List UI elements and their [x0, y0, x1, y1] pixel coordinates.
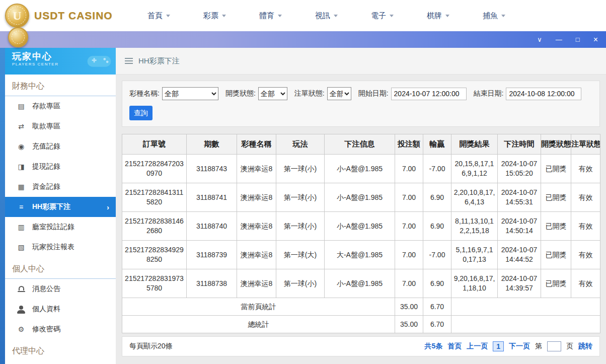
sidebar-item-cashout-record[interactable]: ◨ 提現記錄 [5, 157, 116, 177]
window-maximize-icon[interactable]: □ [576, 36, 580, 43]
column-header: 下注信息 [325, 134, 395, 155]
funds-record-icon: ▦ [16, 183, 26, 191]
table-cell: 第一球(小) [276, 183, 325, 212]
end-date-input[interactable] [506, 88, 581, 100]
page-title: HH彩票下注 [138, 56, 180, 66]
table-cell: 有效 [571, 183, 600, 212]
column-header: 開獎結果 [451, 134, 498, 155]
summary-empty [451, 298, 600, 316]
table-row: 215217282834929825031188739澳洲幸运8第一球(大)大-… [122, 241, 600, 269]
column-header: 玩法 [276, 134, 325, 155]
sidebar-item-hall-bet-record[interactable]: ▥ 廳室投註記錄 [5, 217, 116, 237]
lottery-name-select[interactable]: 全部 [162, 87, 218, 100]
table-footer: 每頁顯示20條 共5条 首页 上一页 1 下一页 第 页 跳转 [122, 336, 600, 356]
window-collapse-icon[interactable]: ∨ [537, 36, 542, 43]
table-cell: 31188741 [187, 183, 237, 212]
table-cell: 第一球(小) [276, 212, 325, 241]
sidebar-item-withdraw[interactable]: ⇄ 取款專區 [5, 116, 116, 136]
table-cell: 已開獎 [541, 241, 571, 269]
window-minimize-icon[interactable]: — [556, 36, 562, 43]
nav-label: 視訊 [315, 11, 330, 21]
table-cell: 小-A盤@1.985 [325, 269, 395, 298]
column-header: 期數 [187, 134, 237, 155]
prev-page-link[interactable]: 上一页 [467, 342, 488, 351]
table-cell: -7.00 [423, 155, 451, 183]
summary-bet-total: 35.00 [395, 298, 423, 316]
table-cell: 澳洲幸运8 [237, 212, 276, 241]
sidebar-item-change-password[interactable]: ⚙ 修改密碼 [5, 319, 116, 339]
next-page-link[interactable]: 下一页 [509, 342, 530, 351]
table-cell: 6.90 [423, 212, 451, 241]
bell-icon [19, 286, 24, 290]
nav-label: 棋牌 [427, 11, 442, 21]
table-cell: 第一球(大) [276, 241, 325, 269]
table-cell: 20,15,8,17,16,9,1,12 [451, 155, 498, 183]
breadcrumb: HH彩票下注 [116, 48, 606, 75]
table-cell: -7.00 [423, 241, 451, 269]
table-cell: 31188738 [187, 269, 237, 298]
order-status-label: 注單狀態: [294, 89, 325, 98]
first-page-link[interactable]: 首页 [447, 342, 462, 351]
table-cell: 大-A盤@1.985 [325, 241, 395, 269]
table-cell: 已開獎 [541, 269, 571, 298]
nav-item-fishing[interactable]: 捕魚 [466, 0, 522, 31]
person-icon [19, 306, 23, 310]
sidebar-item-label: 取款專區 [32, 122, 60, 131]
column-header: 開獎狀態 [541, 134, 571, 155]
sidebar-item-label: 玩家投注報表 [32, 243, 74, 252]
sidebar-item-deposit[interactable]: ▤ 存款專區 [5, 96, 116, 116]
table-cell: 9,20,16,8,17,1,18,10 [451, 269, 498, 298]
draw-status-select[interactable]: 全部 [258, 87, 287, 100]
logo[interactable]: U USDT CASINO [0, 4, 117, 28]
nav-item-sports[interactable]: 體育 [243, 0, 298, 31]
table-cell: 有效 [571, 155, 600, 183]
table-cell: 2152172828413115820 [122, 183, 187, 212]
chevron-down-icon [445, 15, 449, 17]
table-cell: 2152172828319735780 [122, 269, 187, 298]
table-row: 215217282838146268031188740澳洲幸运8第一球(小)小-… [122, 212, 600, 241]
column-header: 訂單號 [122, 134, 187, 155]
search-button[interactable]: 查詢 [129, 106, 153, 120]
nav-item-cards[interactable]: 棋牌 [410, 0, 466, 31]
pagination: 共5条 首页 上一页 1 下一页 第 页 跳转 [424, 341, 592, 351]
sidebar-item-player-bet-report[interactable]: ▧ 玩家投注報表 [5, 237, 116, 257]
table-cell: 有效 [571, 212, 600, 241]
main-body: 彩種名稱: 全部 開獎狀態: 全部 注單狀態: [116, 75, 606, 364]
end-date-label: 結束日期: [474, 89, 504, 98]
nav-item-live[interactable]: 視訊 [298, 0, 354, 31]
sidebar-item-funds-record[interactable]: ▦ 資金記錄 [5, 177, 116, 197]
gamepad-graphic [85, 52, 114, 70]
sidebar-item-profile[interactable]: 個人資料 [5, 299, 116, 319]
bet-table-body: 215217282847203097031188743澳洲幸运8第一球(小)小-… [122, 155, 600, 333]
nav-item-slots[interactable]: 電子 [354, 0, 410, 31]
jump-suffix-label: 页 [566, 342, 573, 351]
jump-button[interactable]: 跳转 [578, 342, 592, 351]
sidebar-item-hh-lottery-bets[interactable]: ≡ HH彩票下注 › [5, 197, 116, 217]
nav-label: 體育 [259, 11, 274, 21]
table-cell: 5,1,16,9,7,10,17,13 [451, 241, 498, 269]
table-cell: 小-A盤@1.985 [325, 212, 395, 241]
current-page-badge[interactable]: 1 [493, 341, 504, 351]
order-status-select[interactable]: 全部 [327, 87, 351, 100]
table-cell: 7.00 [395, 155, 423, 183]
sidebar-item-label: HH彩票下注 [32, 202, 70, 211]
table-cell: 有效 [571, 269, 600, 298]
table-cell: 2024-10-07 14:44:52 [498, 241, 541, 269]
sidebar-item-announcements[interactable]: 消息公告 [5, 279, 116, 299]
menu-toggle-icon[interactable] [125, 58, 133, 64]
withdraw-icon: ⇄ [16, 122, 26, 130]
logo-text: USDT CASINO [34, 10, 113, 22]
sidebar-item-recharge-record[interactable]: ◉ 充值記錄 [5, 136, 116, 157]
page-jump-input[interactable] [547, 341, 561, 351]
lottery-bets-icon: ≡ [16, 203, 26, 211]
start-date-input[interactable] [391, 88, 467, 100]
table-cell: 有效 [571, 241, 600, 269]
window-close-icon[interactable]: × [593, 36, 598, 44]
table-cell: 2152172828472030970 [122, 155, 187, 183]
nav-item-home[interactable]: 首頁 [131, 0, 187, 31]
nav-item-lottery[interactable]: 彩票 [187, 0, 243, 31]
deposit-card-icon: ▤ [16, 102, 26, 110]
bet-table-header-row: 訂單號期數彩種名稱玩法下注信息投注額輸贏開獎結果下注時間開獎狀態注單狀態 [122, 134, 600, 155]
chevron-down-icon [166, 15, 170, 17]
bet-table: 訂單號期數彩種名稱玩法下注信息投注額輸贏開獎結果下注時間開獎狀態注單狀態 215… [122, 134, 600, 333]
